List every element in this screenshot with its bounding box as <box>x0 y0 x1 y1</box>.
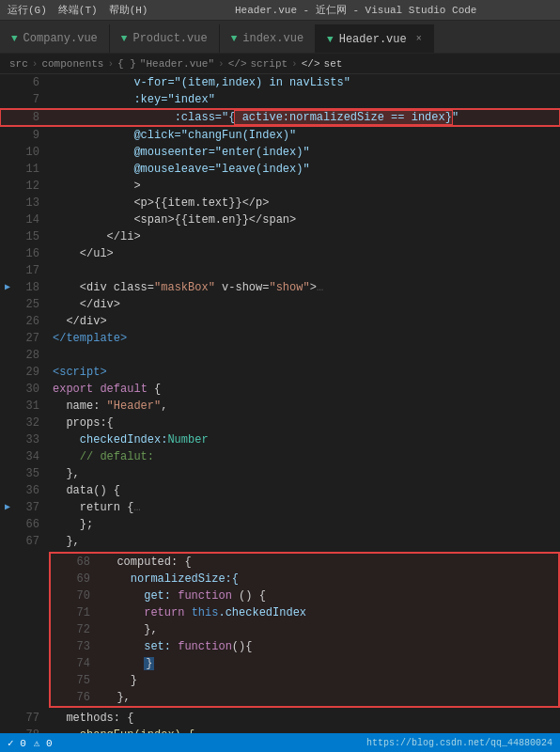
tab-close-icon[interactable]: × <box>416 34 422 44</box>
line-number-71: 71 <box>66 604 100 621</box>
line-number-6: 6 <box>15 74 49 91</box>
line-content-12: > <box>49 178 560 195</box>
line-content-29: <script> <box>49 364 560 381</box>
code-line-17: 17 <box>0 262 560 279</box>
line-content-36: data() { <box>49 482 560 499</box>
tab-bar: ▼ Company.vue ▼ Product.vue ▼ index.vue … <box>0 21 560 54</box>
code-line-12: 12 > <box>0 178 560 195</box>
code-line-72: 72 }, <box>51 621 558 638</box>
gutter-37[interactable]: ▶ <box>0 499 15 516</box>
line-content-11: @mouseleave="leave(index)" <box>49 161 560 178</box>
line-content-14: <span>{{item.en}}</span> <box>49 212 560 228</box>
line-content-28 <box>49 347 560 364</box>
code-line-8: 8 :class="{ active:normalizedSize == ind… <box>0 109 560 126</box>
tab-index[interactable]: ▼ index.vue <box>220 24 316 53</box>
breadcrumb-item: { } <box>117 58 136 70</box>
line-number-32: 32 <box>15 415 49 431</box>
code-line-31: 31 name: "Header", <box>0 398 560 415</box>
code-line-76: 76 }, <box>51 689 558 706</box>
tab-label: Header.vue <box>339 33 407 46</box>
gutter-18[interactable]: ▶ <box>0 279 15 296</box>
line-number-13: 13 <box>15 195 49 212</box>
line-number-75: 75 <box>66 672 100 689</box>
line-content-69: normalizedSize:{ <box>100 571 558 588</box>
line-content-32: props:{ <box>49 415 560 431</box>
code-line-77: 77 methods: { <box>0 710 560 727</box>
code-line-13: 13 <p>{{item.text}}</p> <box>0 195 560 212</box>
line-number-34: 34 <box>15 448 49 465</box>
computed-section-highlight: 68 computed: { 69 normalizedSize:{ 70 ge… <box>49 552 560 708</box>
code-line-34: 34 // defalut: <box>0 448 560 465</box>
code-line-66: 66 }; <box>0 516 560 533</box>
menu-item-help[interactable]: 帮助(H) <box>109 3 148 17</box>
line-number-31: 31 <box>15 398 49 415</box>
line-content-72: }, <box>100 621 558 638</box>
line-number-18: 18 <box>15 279 49 296</box>
code-line-28: 28 <box>0 347 560 364</box>
warning-count: ⚠ 0 <box>34 737 53 749</box>
code-line-15: 15 </li> <box>0 228 560 245</box>
tab-header[interactable]: ▼ Header.vue × <box>316 24 434 53</box>
line-content-6: v-for="(item,index) in navLists" <box>49 74 560 91</box>
vue-icon: ▼ <box>121 33 128 44</box>
breadcrumb-item: </> <box>228 58 247 70</box>
line-number-33: 33 <box>15 431 49 448</box>
code-line-11: 11 @mouseleave="leave(index)" <box>0 161 560 178</box>
line-content-17 <box>49 262 560 279</box>
line-number-76: 76 <box>66 689 100 706</box>
status-bar: ✓ 0 ⚠ 0 https://blog.csdn.net/qq_4488002… <box>0 733 560 752</box>
line-number-30: 30 <box>15 381 49 398</box>
line-number-73: 73 <box>66 638 100 655</box>
vue-icon: ▼ <box>11 33 18 44</box>
line-number-12: 12 <box>15 178 49 195</box>
line-content-77: methods: { <box>49 710 560 727</box>
code-line-68: 68 computed: { <box>51 554 558 571</box>
line-content-35: }, <box>49 465 560 482</box>
line-number-66: 66 <box>15 516 49 533</box>
code-line-73: 73 set: function(){ <box>51 638 558 655</box>
line-content-76: }, <box>100 689 558 706</box>
code-line-69: 69 normalizedSize:{ <box>51 571 558 588</box>
line-content-66: }; <box>49 516 560 533</box>
line-number-69: 69 <box>66 571 100 588</box>
code-line-29: 29 <script> <box>0 364 560 381</box>
breadcrumb-separator: › <box>107 58 114 70</box>
line-number-70: 70 <box>66 588 100 604</box>
tab-label: index.vue <box>242 32 303 45</box>
line-content-73: set: function(){ <box>100 638 558 655</box>
code-line-25: 25 </div> <box>0 296 560 313</box>
line-number-7: 7 <box>15 91 49 108</box>
code-line-70: 70 get: function () { <box>51 588 558 604</box>
tab-product[interactable]: ▼ Product.vue <box>110 24 220 53</box>
line-content-13: <p>{{item.text}}</p> <box>49 195 560 212</box>
line-content-30: export default { <box>49 381 560 398</box>
breadcrumb-item-active: set <box>324 58 343 70</box>
line-content-31: name: "Header", <box>49 398 560 415</box>
line-number-16: 16 <box>15 245 49 262</box>
line-number-8: 8 <box>15 109 49 126</box>
menu-item-run[interactable]: 运行(G) <box>8 3 47 17</box>
line-content-71: return this.checkedIndex <box>100 604 558 621</box>
line-number-28: 28 <box>15 347 49 364</box>
code-line-33: 33 checkedIndex:Number <box>0 431 560 448</box>
breadcrumb-item: "Header.vue" <box>140 58 214 70</box>
line-number-78: 78 <box>15 727 49 733</box>
line-number-68: 68 <box>66 554 100 571</box>
menu-item-terminal[interactable]: 终端(T) <box>58 3 98 17</box>
line-content-15: </li> <box>49 228 560 245</box>
line-content-75: } <box>100 672 558 689</box>
line-number-26: 26 <box>15 313 49 330</box>
breadcrumb-separator: › <box>32 58 39 70</box>
line-number-36: 36 <box>15 482 49 499</box>
tab-label: Product.vue <box>132 32 207 45</box>
code-line-37: ▶ 37 return {… <box>0 499 560 516</box>
line-content-33: checkedIndex:Number <box>49 431 560 448</box>
tab-company[interactable]: ▼ Company.vue <box>0 24 110 53</box>
breadcrumb-item: </> <box>302 58 320 70</box>
code-line-27: 27 </template> <box>0 330 560 347</box>
line-number-67: 67 <box>15 533 49 550</box>
code-line-10: 10 @mouseenter="enter(index)" <box>0 144 560 161</box>
line-content-27: </template> <box>49 330 560 347</box>
line-number-14: 14 <box>15 212 49 228</box>
csdn-link[interactable]: https://blog.csdn.net/qq_44880024 <box>366 738 552 748</box>
